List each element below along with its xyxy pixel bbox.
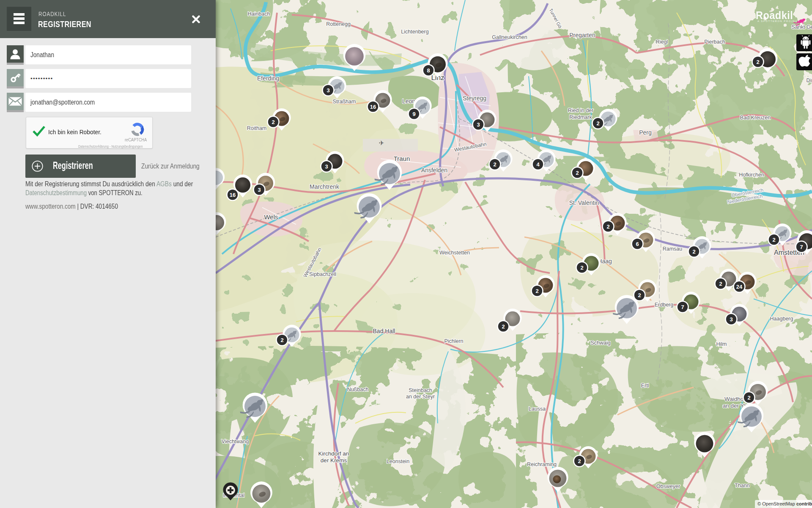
svg-text:Riedmark: Riedmark xyxy=(569,114,592,120)
svg-text:6: 6 xyxy=(636,241,639,247)
svg-text:der Krems: der Krems xyxy=(321,457,347,464)
svg-text:Roitham: Roitham xyxy=(247,125,267,131)
svg-text:16: 16 xyxy=(370,104,376,110)
svg-text:3: 3 xyxy=(730,316,732,323)
svg-text:Weichstetten: Weichstetten xyxy=(439,250,470,256)
svg-text:Pierbach: Pierbach xyxy=(704,39,725,45)
svg-text:Bad Hall: Bad Hall xyxy=(373,328,395,334)
svg-text:St. Valentin: St. Valentin xyxy=(569,199,599,206)
svg-text:Hainbach: Hainbach xyxy=(248,11,270,17)
svg-text:16: 16 xyxy=(230,192,236,198)
svg-text:Hofkirchen: Hofkirchen xyxy=(739,172,764,178)
svg-text:Schwaig: Schwaig xyxy=(590,340,610,346)
svg-text:Pichlern: Pichlern xyxy=(444,338,463,344)
svg-text:Pregarten: Pregarten xyxy=(569,32,595,39)
svg-text:Sipbachzell: Sipbachzell xyxy=(309,271,336,277)
svg-text:Steinbach: Steinbach xyxy=(409,387,432,393)
svg-text:Traun: Traun xyxy=(394,155,410,162)
svg-text:2: 2 xyxy=(280,337,283,343)
svg-text:2: 2 xyxy=(596,120,599,127)
svg-text:7: 7 xyxy=(681,304,684,310)
svg-text:Hilm: Hilm xyxy=(716,341,727,347)
svg-text:Rottenegg: Rottenegg xyxy=(326,21,351,27)
svg-text:Steyregg: Steyregg xyxy=(463,95,486,102)
svg-text:Eferding: Eferding xyxy=(257,75,279,82)
svg-text:4: 4 xyxy=(536,161,540,168)
svg-text:2: 2 xyxy=(606,224,609,230)
svg-text:Thann: Thann xyxy=(735,483,749,489)
svg-text:3: 3 xyxy=(477,121,480,128)
svg-text:3: 3 xyxy=(325,163,328,170)
svg-text:2: 2 xyxy=(719,281,722,287)
svg-text:Wels: Wels xyxy=(264,213,278,221)
svg-text:Marchtrenk: Marchtrenk xyxy=(310,183,340,190)
svg-text:Haagberg: Haagberg xyxy=(770,316,793,322)
svg-text:8: 8 xyxy=(427,67,430,74)
svg-text:7: 7 xyxy=(800,244,803,250)
svg-text:3: 3 xyxy=(258,187,261,193)
svg-text:Leonstein: Leonstein xyxy=(387,458,409,464)
svg-text:2: 2 xyxy=(580,265,583,271)
svg-text:Ramsau: Ramsau xyxy=(663,246,683,252)
svg-text:2: 2 xyxy=(576,170,579,176)
svg-text:Kirchdorf an: Kirchdorf an xyxy=(318,450,349,457)
svg-text:Obsweyer: Obsweyer xyxy=(656,483,680,489)
svg-text:2: 2 xyxy=(638,292,641,298)
svg-text:Gallneukirchen: Gallneukirchen xyxy=(492,34,527,40)
svg-text:2: 2 xyxy=(493,161,496,168)
svg-text:Laussa: Laussa xyxy=(529,406,546,412)
svg-text:Perg: Perg xyxy=(639,129,652,136)
svg-text:2: 2 xyxy=(535,288,538,294)
svg-text:Viechtwang: Viechtwang xyxy=(222,439,249,444)
svg-text:3: 3 xyxy=(326,87,329,94)
svg-text:2: 2 xyxy=(578,458,581,464)
svg-text:2: 2 xyxy=(756,59,759,65)
svg-text:Ertl: Ertl xyxy=(641,383,649,389)
svg-text:an der Steyr: an der Steyr xyxy=(406,394,435,400)
svg-text:✈: ✈ xyxy=(379,139,384,146)
svg-text:Ried in der: Ried in der xyxy=(568,108,593,113)
svg-text:2: 2 xyxy=(772,237,775,243)
svg-text:Lichtenberg: Lichtenberg xyxy=(401,29,428,35)
svg-text:Erdberg: Erdberg xyxy=(655,302,674,308)
svg-text:Sankt Geo: Sankt Geo xyxy=(791,24,812,30)
svg-text:Nußbach: Nußbach xyxy=(347,387,369,392)
svg-text:Din: Din xyxy=(807,77,812,83)
svg-text:Bad Kreuzen: Bad Kreuzen xyxy=(740,115,771,121)
svg-text:Reichraming: Reichraming xyxy=(527,461,557,467)
svg-text:2: 2 xyxy=(747,395,750,401)
svg-text:Straßham: Straßham xyxy=(333,99,356,105)
svg-text:24: 24 xyxy=(736,284,743,290)
svg-text:Ansfelden: Ansfelden xyxy=(421,167,447,174)
svg-text:Riegl: Riegl xyxy=(656,39,668,45)
svg-text:2: 2 xyxy=(272,119,274,125)
svg-text:9: 9 xyxy=(412,111,415,117)
svg-text:2: 2 xyxy=(692,248,695,255)
svg-text:2: 2 xyxy=(502,323,505,330)
